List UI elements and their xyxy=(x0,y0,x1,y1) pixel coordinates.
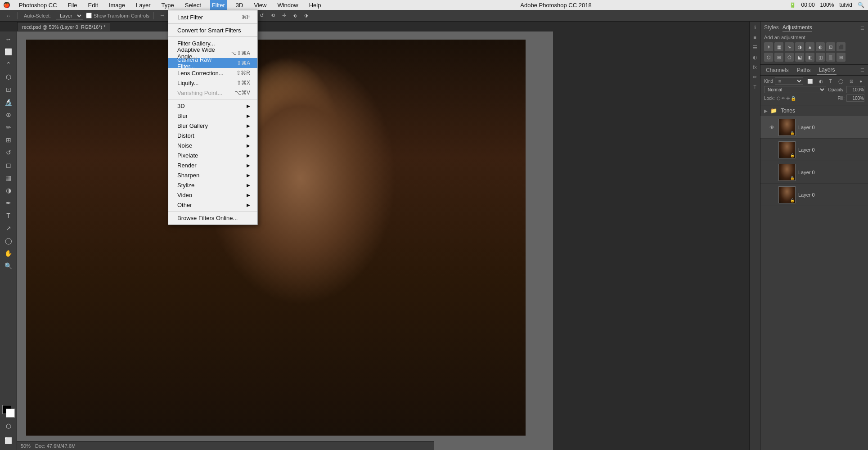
strip-icon-info[interactable]: ℹ xyxy=(751,23,759,32)
tab-layers[interactable]: Layers xyxy=(817,66,837,75)
filter-menu-pixelate[interactable]: Pixelate ▶ xyxy=(168,150,257,160)
clone-tool[interactable]: ⊞ xyxy=(3,134,14,146)
filter-menu-convert-smart[interactable]: Convert for Smart Filters xyxy=(168,25,257,35)
text-tool[interactable]: T xyxy=(3,210,14,221)
pen-tool[interactable]: ✒ xyxy=(3,197,14,209)
apple-menu[interactable]: 🍎 xyxy=(4,2,10,8)
filter-menu-blur[interactable]: Blur ▶ xyxy=(168,111,257,121)
strip-icon-character[interactable]: T xyxy=(751,83,759,91)
layer-item-3[interactable]: 🔒 Layer 0 xyxy=(760,184,868,206)
lock-position-icon[interactable]: ✛ xyxy=(786,96,790,101)
layer-item-1[interactable]: 🔒 Layer 0 xyxy=(760,139,868,161)
move-tool-btn[interactable]: ↔ xyxy=(4,12,13,19)
3d-pan-btn[interactable]: ✛ xyxy=(280,12,288,19)
hand-tool[interactable]: ✋ xyxy=(3,248,14,259)
layer-vis-0[interactable]: 👁 xyxy=(769,125,776,130)
filter-menu-distort[interactable]: Distort ▶ xyxy=(168,130,257,140)
layer-kind-extra[interactable]: ● xyxy=(857,78,864,85)
layer-kind-adjust[interactable]: ◐ xyxy=(817,78,825,85)
filter-menu-noise[interactable]: Noise ▶ xyxy=(168,140,257,150)
filter-menu-stylize[interactable]: Stylize ▶ xyxy=(168,180,257,190)
healing-tool[interactable]: ⊕ xyxy=(3,109,14,121)
layer-kind-shape[interactable]: ◯ xyxy=(836,78,846,85)
menu-window[interactable]: Window xyxy=(275,0,300,10)
filter-menu-camera-raw[interactable]: Camera Raw Filter... ⇧⌘A xyxy=(168,58,257,68)
adj-posterize[interactable]: ◧ xyxy=(805,53,814,62)
auto-select-dropdown[interactable]: Layer Group xyxy=(56,12,83,20)
crop-tool[interactable]: ⊡ xyxy=(3,84,14,95)
3d-rotate-btn[interactable]: ↺ xyxy=(257,12,266,19)
blend-mode-dropdown[interactable]: Normal xyxy=(764,86,826,93)
menu-help[interactable]: Help xyxy=(307,0,323,10)
history-tool[interactable]: ↺ xyxy=(3,147,14,158)
menu-file[interactable]: File xyxy=(66,0,79,10)
adj-menu-btn[interactable]: ☰ xyxy=(860,26,864,31)
adj-threshold[interactable]: ◫ xyxy=(816,53,825,62)
layer-group-tones[interactable]: ▶ 📁 Tones xyxy=(760,105,868,116)
quick-select-tool[interactable]: ⬡ xyxy=(3,71,14,83)
zoom-tool[interactable]: 🔍 xyxy=(3,260,14,272)
strip-icon-color[interactable]: ■ xyxy=(751,33,759,41)
adj-vibrance[interactable]: ▲ xyxy=(805,42,814,51)
layer-item-0[interactable]: 👁 🔒 Layer 0 xyxy=(760,116,868,139)
layer-kind-smart[interactable]: ⊡ xyxy=(847,78,855,85)
menu-filter[interactable]: Filter xyxy=(210,0,227,10)
tab-paths[interactable]: Paths xyxy=(795,66,813,74)
adj-selective-color[interactable]: ⊟ xyxy=(837,53,846,62)
filter-menu-3d[interactable]: 3D ▶ xyxy=(168,101,257,111)
adj-brightness[interactable]: ☀ xyxy=(764,42,773,51)
filter-menu-other[interactable]: Other ▶ xyxy=(168,200,257,210)
3d-scale-btn[interactable]: ⬗ xyxy=(302,12,310,19)
move-tool[interactable]: ↔ xyxy=(3,33,14,45)
fg-bg-colors[interactable] xyxy=(2,405,15,418)
adj-hue-sat[interactable]: ◐ xyxy=(816,42,825,51)
brush-tool[interactable]: ✏ xyxy=(3,122,14,133)
menu-edit[interactable]: Edit xyxy=(86,0,100,10)
path-select-tool[interactable]: ↗ xyxy=(3,222,14,234)
layer-kind-type[interactable]: T xyxy=(827,78,834,85)
background-color[interactable] xyxy=(6,409,15,418)
strip-icon-layers[interactable]: ☰ xyxy=(751,43,759,51)
lasso-tool[interactable]: ⌃ xyxy=(3,58,14,70)
menu-image[interactable]: Image xyxy=(107,0,127,10)
3d-slide-btn[interactable]: ⬖ xyxy=(291,12,299,19)
filter-menu-blur-gallery[interactable]: Blur Gallery ▶ xyxy=(168,121,257,130)
filter-menu-last-filter[interactable]: Last Filter ⌘F xyxy=(168,12,257,22)
show-transform-checkbox[interactable] xyxy=(86,13,92,18)
eyedropper-tool[interactable]: 🔬 xyxy=(3,96,14,108)
filter-menu-video[interactable]: Video ▶ xyxy=(168,190,257,200)
align-left-btn[interactable]: ⊣ xyxy=(158,12,167,19)
strip-icon-style[interactable]: fx xyxy=(751,63,759,71)
tab-channels[interactable]: Channels xyxy=(764,66,791,74)
menu-type[interactable]: Type xyxy=(160,0,176,10)
filter-menu-sharpen[interactable]: Sharpen ▶ xyxy=(168,170,257,180)
adj-invert[interactable]: ⬕ xyxy=(795,53,804,62)
marquee-tool[interactable]: ⬜ xyxy=(3,46,14,58)
menu-view[interactable]: View xyxy=(252,0,268,10)
layers-menu-btn[interactable]: ☰ xyxy=(860,68,864,72)
quick-mask-tool[interactable]: ⬡ xyxy=(3,420,14,432)
filter-menu-lens-correction[interactable]: Lens Correction... ⇧⌘R xyxy=(168,68,257,78)
adj-levels[interactable]: ▦ xyxy=(774,42,783,51)
gradient-tool[interactable]: ▦ xyxy=(3,172,14,184)
3d-roll-btn[interactable]: ⟲ xyxy=(269,12,277,19)
shape-tool[interactable]: ◯ xyxy=(3,235,14,247)
lock-transparent-icon[interactable]: ⬡ xyxy=(777,96,781,101)
tab-adjustments[interactable]: Adjustments xyxy=(783,24,812,32)
menu-layer[interactable]: Layer xyxy=(134,0,153,10)
layer-kind-pixel[interactable]: ⬜ xyxy=(805,78,815,85)
adj-photo-filter[interactable]: ⬡ xyxy=(764,53,773,62)
menu-3d[interactable]: 3D xyxy=(234,0,245,10)
strip-icon-adjustments[interactable]: ◐ xyxy=(751,53,759,61)
layer-item-2[interactable]: 🔒 Layer 0 xyxy=(760,161,868,184)
filter-menu-render[interactable]: Render ▶ xyxy=(168,160,257,170)
dodge-tool[interactable]: ◑ xyxy=(3,184,14,196)
opacity-input[interactable] xyxy=(846,86,864,93)
adj-exposure[interactable]: ◑ xyxy=(795,42,804,51)
tab-styles[interactable]: Styles xyxy=(764,24,779,32)
lock-all-icon[interactable]: 🔒 xyxy=(791,96,796,101)
menu-select[interactable]: Select xyxy=(183,0,203,10)
kind-dropdown[interactable]: ≡ xyxy=(775,77,803,85)
adj-channel-mixer[interactable]: ⊞ xyxy=(774,53,783,62)
eraser-tool[interactable]: ◻ xyxy=(3,159,14,171)
